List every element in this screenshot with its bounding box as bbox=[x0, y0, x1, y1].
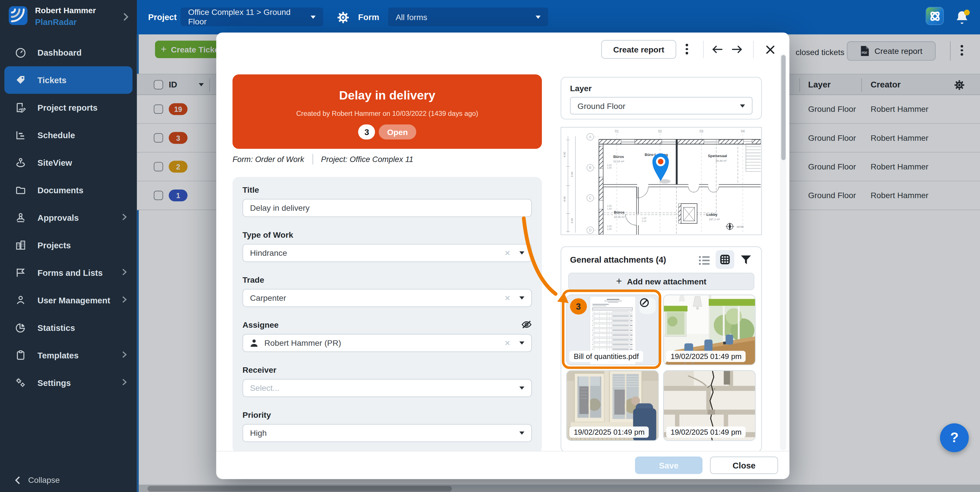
assignee-select[interactable]: Robert Hammer (PR) ✕ bbox=[242, 334, 532, 352]
list-view-icon[interactable] bbox=[698, 256, 710, 267]
chevron-down-icon bbox=[520, 387, 524, 390]
report-document-icon bbox=[15, 102, 26, 113]
form-selector[interactable]: All forms bbox=[388, 8, 548, 26]
svg-text:1,00: 1,00 bbox=[641, 217, 646, 220]
sidebar: Robert Hammer PlanRadar Dashboard Ticket… bbox=[0, 0, 137, 492]
sidebar-item-project-reports[interactable]: Project reports bbox=[0, 94, 137, 121]
svg-text:±0.00: ±0.00 bbox=[737, 225, 744, 228]
sidebar-item-statistics[interactable]: Statistics bbox=[0, 314, 137, 341]
sidebar-item-user-management[interactable]: User Management bbox=[0, 287, 137, 314]
svg-text:4.00: 4.00 bbox=[563, 196, 566, 202]
sidebar-item-approvals[interactable]: Approvals bbox=[0, 204, 137, 231]
sidebar-item-schedule[interactable]: Schedule bbox=[0, 121, 137, 149]
status-badge[interactable]: Open bbox=[379, 124, 416, 139]
modal-scrollbar[interactable] bbox=[780, 54, 786, 451]
add-attachment-label: Add new attachment bbox=[627, 277, 706, 286]
modal-scrollbar-thumb[interactable] bbox=[781, 55, 785, 160]
project-label: Project bbox=[148, 0, 177, 34]
attachment-tile-photo[interactable]: 19/02/2025 01:49 pm bbox=[566, 370, 659, 441]
layer-select[interactable]: Ground Floor bbox=[570, 97, 752, 115]
sidebar-item-label: Project reports bbox=[38, 103, 97, 112]
sidebar-item-dashboard[interactable]: Dashboard bbox=[0, 39, 137, 66]
header-divider bbox=[703, 41, 704, 58]
save-button[interactable]: Save bbox=[635, 457, 703, 474]
ticket-count-badge: 3 bbox=[358, 124, 375, 139]
chevron-down-icon bbox=[520, 252, 524, 255]
header-divider bbox=[753, 41, 754, 58]
chevron-right-icon bbox=[122, 268, 127, 277]
svg-text:2,00: 2,00 bbox=[607, 225, 612, 228]
chevron-down-icon bbox=[520, 296, 524, 299]
chevron-right-icon bbox=[122, 296, 127, 305]
help-button[interactable]: ? bbox=[940, 424, 969, 452]
svg-text:2,00: 2,00 bbox=[607, 205, 612, 207]
attachment-tile-photo[interactable]: 19/02/2025 01:49 pm bbox=[663, 370, 756, 441]
filter-icon[interactable] bbox=[741, 255, 751, 268]
trade-select[interactable]: Carpenter ✕ bbox=[242, 289, 532, 307]
svg-text:A: A bbox=[589, 135, 592, 139]
gears-icon bbox=[15, 377, 26, 388]
field-title: Title Delay in delivery bbox=[242, 184, 532, 217]
add-new-attachment-button[interactable]: + Add new attachment bbox=[568, 273, 754, 290]
chevron-down-icon bbox=[536, 15, 541, 18]
clear-icon[interactable]: ✕ bbox=[504, 339, 511, 347]
sidebar-item-label: User Management bbox=[38, 296, 110, 305]
next-ticket-arrow-icon[interactable] bbox=[729, 44, 744, 55]
svg-text:90,46 m²: 90,46 m² bbox=[716, 159, 727, 162]
trade-label: Trade bbox=[242, 275, 264, 284]
svg-text:Lobby: Lobby bbox=[706, 212, 718, 217]
create-report-button[interactable]: Create report bbox=[601, 40, 676, 59]
sidebar-item-projects[interactable]: Projects bbox=[0, 231, 137, 259]
app-switcher-icon[interactable] bbox=[926, 7, 943, 25]
svg-text:1,50: 1,50 bbox=[607, 167, 612, 169]
svg-text:01: 01 bbox=[615, 129, 619, 133]
type-of-work-select[interactable]: Hindrance ✕ bbox=[242, 244, 532, 262]
attachment-caption: 19/02/2025 01:49 pm bbox=[570, 427, 649, 438]
ticket-options-kebab-icon[interactable] bbox=[686, 44, 688, 54]
sidebar-item-templates[interactable]: Templates bbox=[0, 341, 137, 369]
project-selector[interactable]: Office Complex 11 > Ground Floor bbox=[181, 8, 323, 26]
svg-text:197,1 m²: 197,1 m² bbox=[709, 218, 720, 221]
project-selector-value: Office Complex 11 > Ground Floor bbox=[188, 8, 303, 26]
pie-chart-icon bbox=[15, 322, 26, 333]
sidebar-item-forms-and-lists[interactable]: Forms and Lists bbox=[0, 259, 137, 287]
profile-menu[interactable]: Robert Hammer PlanRadar bbox=[0, 0, 137, 35]
collapse-label: Collapse bbox=[28, 475, 60, 485]
receiver-select[interactable]: Select... bbox=[242, 379, 532, 397]
sidebar-item-label: Schedule bbox=[38, 131, 75, 140]
sidebar-item-siteview[interactable]: SiteView bbox=[0, 149, 137, 176]
ticket-summary-card: Delay in delivery Created by Robert Hamm… bbox=[232, 75, 542, 149]
ticket-detail-modal: Create report Delay in delivery Created … bbox=[216, 32, 789, 479]
form-selector-value: All forms bbox=[396, 12, 427, 22]
svg-text:31,24 m²: 31,24 m² bbox=[613, 160, 624, 163]
ticket-meta-row: Form: Order of Work Project: Office Comp… bbox=[232, 154, 413, 165]
sidebar-item-documents[interactable]: Documents bbox=[0, 176, 137, 204]
attachment-tile-pdf[interactable]: 3 Bill of quantities.pdf bbox=[566, 295, 659, 365]
title-input[interactable]: Delay in delivery bbox=[242, 199, 532, 217]
create-report-label: Create report bbox=[613, 45, 664, 54]
attachments-panel: General attachments (4) + Add new attach… bbox=[560, 246, 762, 452]
sidebar-item-settings[interactable]: Settings bbox=[0, 369, 137, 396]
svg-text:1,50: 1,50 bbox=[607, 228, 612, 231]
project-settings-gear-icon[interactable] bbox=[336, 11, 350, 24]
floor-plan-preview[interactable]: 4.00 4.00 2.02 2.02 A B C D 01 02 03 04 bbox=[560, 127, 762, 235]
attachment-caption: Bill of quantities.pdf bbox=[570, 351, 643, 362]
attachment-tile-photo[interactable]: 19/02/2025 01:49 pm bbox=[663, 295, 756, 365]
top-bar: Project Office Complex 11 > Ground Floor… bbox=[0, 0, 980, 34]
previous-ticket-arrow-icon[interactable] bbox=[710, 44, 725, 55]
annotate-icon[interactable] bbox=[639, 298, 655, 314]
sidebar-item-tickets[interactable]: Tickets bbox=[4, 66, 132, 94]
collapse-sidebar-button[interactable]: Collapse bbox=[15, 475, 60, 485]
person-icon bbox=[15, 295, 26, 306]
clear-icon[interactable]: ✕ bbox=[504, 294, 511, 303]
visibility-off-icon[interactable] bbox=[521, 320, 532, 329]
annotation-count-badge: 3 bbox=[570, 298, 587, 315]
priority-select[interactable]: High bbox=[242, 424, 532, 442]
clear-icon[interactable]: ✕ bbox=[504, 248, 511, 258]
close-button[interactable]: Close bbox=[710, 457, 778, 474]
flag-icon bbox=[15, 267, 26, 278]
ticket-created-line: Created by Robert Hammer on 10/03/2022 (… bbox=[232, 110, 542, 117]
notification-bell-icon[interactable] bbox=[954, 9, 970, 26]
close-icon[interactable] bbox=[764, 43, 776, 56]
grid-view-icon[interactable] bbox=[716, 250, 734, 269]
